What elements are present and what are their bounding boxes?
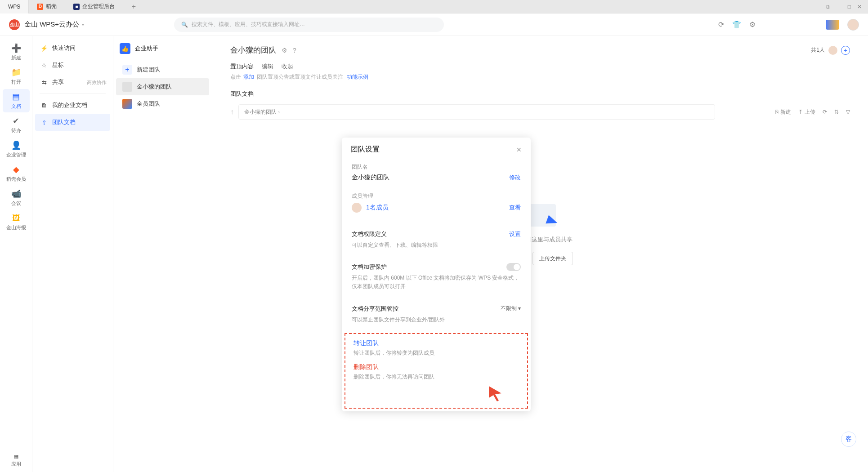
app-icon: ■ (73, 4, 80, 10)
team-name-value: 金小獴的团队 (352, 174, 389, 182)
vip-badge-icon[interactable] (826, 20, 839, 30)
section-title: 团队文档 (230, 90, 850, 98)
delete-desc: 删除团队后，你将无法再访问团队 (353, 373, 519, 381)
encryption-toggle[interactable] (506, 263, 521, 271)
nav-column-2: ⚡快速访问 ☆星标 ⇆共享高效协作 🗎我的企业文档 ⇪团队文档 (32, 36, 113, 472)
app-logo-icon: 金山 (9, 19, 20, 30)
gear-icon[interactable]: ⚙ (282, 47, 287, 54)
camera-icon: 📹 (11, 189, 21, 199)
pinned-add-link[interactable]: 添加 (243, 74, 254, 80)
divider (40, 94, 106, 94)
nav-share-tag: 高效协作 (87, 79, 107, 86)
rail-enterprise[interactable]: 👤企业管理 (3, 138, 30, 161)
scope-dropdown[interactable]: 不限制 ▾ (501, 305, 521, 312)
nav-share[interactable]: ⇆共享高效协作 (32, 74, 113, 91)
window-mode-icon[interactable]: ⧉ (826, 4, 830, 10)
nav-my-docs[interactable]: 🗎我的企业文档 (32, 97, 113, 114)
pinned-collapse-button[interactable]: 收起 (282, 62, 293, 71)
upload-folder-button[interactable]: 上传文件夹 (532, 252, 573, 265)
member-count-value[interactable]: 1名成员 (366, 204, 389, 212)
team-name-label: 团队名 (352, 163, 521, 171)
modal-section-name: 团队名 金小獴的团队 修改 (342, 159, 531, 188)
modal-close-button[interactable]: ✕ (516, 146, 522, 153)
tab-add-button[interactable]: + (127, 3, 140, 11)
member-label: 成员管理 (352, 192, 521, 200)
help-icon[interactable]: ? (293, 47, 296, 54)
rail-open[interactable]: 📁打开 (3, 65, 30, 88)
breadcrumb-up-icon[interactable]: ↑ (230, 108, 234, 116)
pinned-example-link[interactable]: 功能示例 (347, 74, 368, 80)
nav-star[interactable]: ☆星标 (32, 57, 113, 74)
toolbar-new-button[interactable]: ⎘新建 (775, 108, 791, 116)
assistant-header[interactable]: 👍企业助手 (113, 40, 212, 58)
toolbar-upload-button[interactable]: ⤒上传 (798, 108, 815, 116)
modal-section-members: 成员管理 1名成员 查看 (342, 188, 531, 219)
perm-settings-button[interactable]: 设置 (509, 230, 521, 238)
view-members-button[interactable]: 查看 (509, 204, 521, 212)
nav-rail: ➕新建 📁打开 ▤文档 ✔待办 👤企业管理 ◆稻壳会员 📹会议 🖼金山海报 ▦应… (0, 36, 32, 472)
tab-enterprise[interactable]: ■企业管理后台 (65, 0, 123, 13)
toolbar-refresh-button[interactable]: ⟳ (823, 109, 827, 115)
page-title: 金小獴的团队 (230, 45, 276, 55)
upload-icon: ⤒ (798, 109, 803, 115)
tab-daoke[interactable]: D稻壳 (29, 0, 65, 13)
pinned-edit-button[interactable]: 编辑 (262, 62, 273, 71)
window-close-icon[interactable]: ✕ (857, 4, 862, 10)
team-avatar-icon (122, 99, 132, 109)
rail-meeting[interactable]: 📹会议 (3, 186, 30, 209)
search-input[interactable]: 🔍 搜索文件、模板、应用、技巧或直接输入网址… (174, 18, 444, 32)
apparel-icon[interactable]: 👕 (732, 20, 741, 29)
rail-poster[interactable]: 🖼金山海报 (3, 210, 30, 234)
window-minimize-icon[interactable]: — (836, 4, 841, 10)
rail-todo[interactable]: ✔待办 (3, 113, 30, 137)
tab-wps[interactable]: WPS (0, 0, 29, 13)
vip-icon: ◆ (13, 165, 19, 174)
rail-new[interactable]: ➕新建 (3, 40, 30, 64)
settings-icon[interactable]: ⚙ (749, 20, 756, 29)
transfer-desc: 转让团队后，你将转变为团队成员 (353, 349, 519, 357)
plus-icon: + (122, 65, 132, 75)
nav-quick-access[interactable]: ⚡快速访问 (32, 40, 113, 57)
member-count: 共1人 (811, 46, 825, 54)
modify-name-button[interactable]: 修改 (509, 174, 521, 182)
star-icon: ☆ (40, 62, 48, 69)
transfer-team-button[interactable]: 转让团队 (353, 339, 519, 347)
folder-icon: 📁 (11, 67, 21, 77)
toolbar-filter-button[interactable]: ▽ (846, 109, 850, 115)
document-icon: ▤ (12, 92, 20, 102)
perm-title: 文档权限定义 (352, 230, 387, 238)
window-tab-bar: WPS D稻壳 ■企业管理后台 + ⧉ — □ ✕ (0, 0, 868, 13)
rail-docs[interactable]: ▤文档 (3, 89, 30, 112)
plus-circle-icon: ➕ (11, 43, 21, 53)
add-member-button[interactable]: + (841, 46, 850, 55)
breadcrumb[interactable]: 金小獴的团队 › (238, 104, 715, 120)
rail-apps[interactable]: ▦应用 (3, 449, 30, 472)
window-maximize-icon[interactable]: □ (848, 4, 851, 10)
app-title-dropdown-icon[interactable]: ▾ (82, 22, 84, 27)
scope-title: 文档分享范围管控 (352, 305, 398, 313)
team-item-2[interactable]: 全员团队 (116, 95, 209, 112)
sync-icon[interactable]: ⟳ (718, 20, 724, 29)
pinned-label: 置顶内容 (230, 62, 254, 71)
member-avatar-icon[interactable] (828, 46, 837, 55)
title-bar: 金山 金山 WPS+云办公 ▾ 🔍 搜索文件、模板、应用、技巧或直接输入网址… … (0, 13, 868, 36)
enc-desc: 开启后，团队内 600M 以下 Office 文档将加密保存为 WPS 安全格式… (352, 274, 521, 291)
new-team-button[interactable]: +新建团队 (116, 61, 209, 78)
feedback-fab[interactable]: 客 (841, 432, 856, 447)
app-title: 金山 WPS+云办公 (24, 20, 79, 29)
divider (352, 221, 521, 221)
rail-vip[interactable]: ◆稻壳会员 (3, 162, 30, 185)
fire-icon: D (37, 4, 43, 10)
scope-desc: 可以禁止团队文件分享到企业外/团队外 (352, 316, 521, 324)
delete-team-button[interactable]: 删除团队 (353, 363, 519, 371)
grid-icon: ▦ (14, 454, 18, 459)
nav-team-docs[interactable]: ⇪团队文档 (35, 114, 110, 131)
share-icon: ⇆ (40, 79, 48, 86)
team-item-1[interactable]: 金小獴的团队 (116, 78, 209, 95)
perm-desc: 可以自定义查看、下载、编辑等权限 (352, 241, 521, 249)
team-avatar-icon (122, 82, 132, 92)
user-avatar[interactable] (847, 19, 859, 31)
toolbar-sort-button[interactable]: ⇅ (834, 109, 839, 115)
person-icon: 👤 (11, 140, 21, 150)
nav-column-3: 👍企业助手 +新建团队 金小獴的团队 全员团队 (113, 36, 212, 472)
